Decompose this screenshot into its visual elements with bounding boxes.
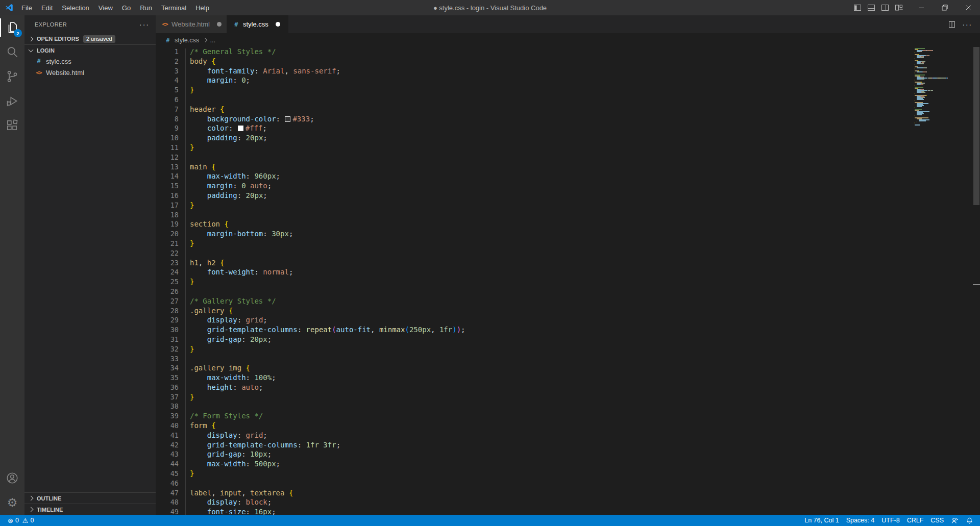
code-line[interactable]: 10 padding: 20px; xyxy=(156,133,908,143)
code-line[interactable]: 17} xyxy=(156,201,908,210)
status-eol[interactable]: CRLF xyxy=(903,515,927,526)
folder-section-login[interactable]: LOGIN xyxy=(24,44,156,56)
vertical-scrollbar[interactable] xyxy=(973,47,980,515)
activity-run-and-debug[interactable] xyxy=(0,89,24,113)
code-line[interactable]: 13main { xyxy=(156,162,908,172)
menu-run[interactable]: Run xyxy=(135,0,157,15)
file-item-style.css[interactable]: #style.css xyxy=(24,56,156,67)
code-line[interactable]: 45} xyxy=(156,469,908,479)
explorer-more-actions[interactable]: ··· xyxy=(139,20,150,29)
code-line[interactable]: 5} xyxy=(156,85,908,95)
toggle-secondary-sidebar-button[interactable] xyxy=(878,0,892,15)
toggle-primary-sidebar-button[interactable] xyxy=(850,0,864,15)
line-number: 3 xyxy=(156,66,179,76)
code-line[interactable]: 20 margin-bottom: 30px; xyxy=(156,229,908,239)
code-line[interactable]: 9 color: #fff; xyxy=(156,123,908,133)
status-encoding[interactable]: UTF-8 xyxy=(878,515,903,526)
breadcrumb[interactable]: # style.css ... xyxy=(156,33,980,47)
code-line[interactable]: 32} xyxy=(156,344,908,354)
activity-search[interactable] xyxy=(0,40,24,64)
code-line[interactable]: 19section { xyxy=(156,219,908,229)
code-line[interactable]: 18 xyxy=(156,210,908,220)
code-line[interactable]: 41 display: grid; xyxy=(156,431,908,440)
tab-website.html[interactable]: <>Website.html xyxy=(156,15,227,33)
code-line[interactable]: 2body { xyxy=(156,57,908,66)
code-line[interactable]: 37} xyxy=(156,392,908,402)
code-line[interactable]: 26 xyxy=(156,287,908,296)
code-line[interactable]: 15 margin: 0 auto; xyxy=(156,181,908,191)
minimize-button[interactable] xyxy=(910,0,933,15)
restore-button[interactable] xyxy=(933,0,957,15)
timeline-section[interactable]: TIMELINE xyxy=(24,504,156,515)
problems-status[interactable]: ⊗ 0 ⚠ 0 xyxy=(4,515,37,526)
code-line[interactable]: 11} xyxy=(156,143,908,153)
code-editor[interactable]: 1/* General Styles */2body {3 font-famil… xyxy=(156,47,980,515)
code-line[interactable]: 48 display: block; xyxy=(156,497,908,507)
customize-layout-button[interactable] xyxy=(892,0,905,15)
code-line[interactable]: 43 grid-gap: 10px; xyxy=(156,449,908,459)
menu-file[interactable]: File xyxy=(17,0,37,15)
code-line[interactable]: 30 grid-template-columns: repeat(auto-fi… xyxy=(156,325,908,335)
code-line[interactable]: 39/* Form Styles */ xyxy=(156,411,908,421)
file-item-website.html[interactable]: <>Website.html xyxy=(24,67,156,78)
code-line[interactable]: 22 xyxy=(156,248,908,258)
activity-source-control[interactable] xyxy=(0,64,24,89)
menu-edit[interactable]: Edit xyxy=(37,0,57,15)
code-line[interactable]: 42 grid-template-columns: 1fr 3fr; xyxy=(156,440,908,450)
code-line[interactable]: 27/* Gallery Styles */ xyxy=(156,296,908,306)
modified-dot-icon[interactable] xyxy=(217,22,222,27)
code-line[interactable]: 49 font-size: 16px; xyxy=(156,507,908,515)
code-line[interactable]: 3 font-family: Arial, sans-serif; xyxy=(156,66,908,76)
status-language-mode[interactable]: CSS xyxy=(927,515,947,526)
code-line[interactable]: 31 grid-gap: 20px; xyxy=(156,335,908,344)
status-indentation[interactable]: Spaces: 4 xyxy=(843,515,878,526)
status-notifications[interactable] xyxy=(962,515,977,526)
activity-explorer[interactable]: 2 xyxy=(0,15,24,40)
code-line[interactable]: 38 xyxy=(156,402,908,411)
code-line[interactable]: 29 display: grid; xyxy=(156,315,908,325)
open-editors-section[interactable]: OPEN EDITORS 2 unsaved xyxy=(24,33,156,44)
activity-extensions[interactable] xyxy=(0,113,24,138)
code-line[interactable]: 44 max-width: 500px; xyxy=(156,459,908,469)
split-editor-button[interactable] xyxy=(944,15,960,33)
code-line[interactable]: 23h1, h2 { xyxy=(156,258,908,268)
code-line[interactable]: 46 xyxy=(156,479,908,488)
code-line[interactable]: 34.gallery img { xyxy=(156,363,908,373)
line-content xyxy=(179,402,190,411)
code-line[interactable]: 8 background-color: #333; xyxy=(156,114,908,124)
menu-help[interactable]: Help xyxy=(191,0,214,15)
line-number: 34 xyxy=(156,363,179,373)
activity-accounts[interactable] xyxy=(0,466,24,490)
menu-view[interactable]: View xyxy=(94,0,117,15)
code-line[interactable]: 4 margin: 0; xyxy=(156,76,908,85)
toggle-panel-button[interactable] xyxy=(864,0,878,15)
code-line[interactable]: 40form { xyxy=(156,421,908,431)
modified-dot-icon[interactable] xyxy=(276,22,280,27)
code-line[interactable]: 14 max-width: 960px; xyxy=(156,171,908,181)
outline-section[interactable]: OUTLINE xyxy=(24,492,156,504)
status-cursor-position[interactable]: Ln 76, Col 1 xyxy=(801,515,842,526)
code-line[interactable]: 25} xyxy=(156,277,908,287)
code-line[interactable]: 21} xyxy=(156,239,908,248)
menu-terminal[interactable]: Terminal xyxy=(157,0,191,15)
code-line[interactable]: 33 xyxy=(156,354,908,364)
code-line[interactable]: 28.gallery { xyxy=(156,306,908,316)
activity-settings[interactable]: ⚙ xyxy=(0,490,24,515)
menu-go[interactable]: Go xyxy=(117,0,135,15)
code-line[interactable]: 36 height: auto; xyxy=(156,383,908,392)
close-button[interactable] xyxy=(957,0,980,15)
code-line[interactable]: 16 padding: 20px; xyxy=(156,191,908,201)
tab-style.css[interactable]: #style.css xyxy=(227,15,288,33)
minimap[interactable] xyxy=(908,47,973,515)
code-line[interactable]: 47label, input, textarea { xyxy=(156,488,908,498)
code-line[interactable]: 35 max-width: 100%; xyxy=(156,373,908,383)
code-line[interactable]: 1/* General Styles */ xyxy=(156,47,908,57)
code-line[interactable]: 24 font-weight: normal; xyxy=(156,267,908,277)
code-line[interactable]: 7header { xyxy=(156,105,908,114)
menu-selection[interactable]: Selection xyxy=(57,0,93,15)
status-feedback[interactable] xyxy=(947,515,962,526)
code-line[interactable]: 6 xyxy=(156,95,908,105)
scrollbar-thumb[interactable] xyxy=(973,47,979,205)
more-actions-button[interactable]: ··· xyxy=(960,15,975,33)
code-line[interactable]: 12 xyxy=(156,153,908,162)
